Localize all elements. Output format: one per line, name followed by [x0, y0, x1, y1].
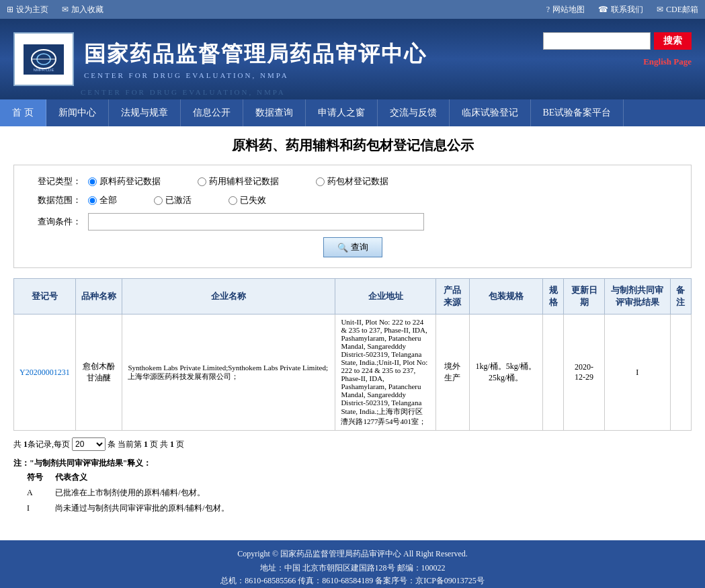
- cell-source: 境外生产: [436, 314, 469, 431]
- top-bar-left: ⊞ 设为主页 ✉ 加入收藏: [7, 4, 103, 15]
- range-all-radio[interactable]: [88, 196, 97, 205]
- header-search-button[interactable]: 搜索: [654, 32, 692, 50]
- english-page-link[interactable]: English Page: [643, 56, 692, 67]
- header-watermark: CENTER FOR DRUG EVALUATION, NMPA: [81, 88, 286, 96]
- footer-copyright: Copyright © 国家药品监督管理局药品审评中心 All Right Re…: [8, 548, 697, 560]
- top-bar: ⊞ 设为主页 ✉ 加入收藏 ? 网站地图 ☎ 联系我们 ✉ CDE邮箱: [0, 0, 705, 19]
- query-button[interactable]: 🔍 查询: [323, 237, 382, 257]
- cell-spec: [542, 314, 563, 431]
- range-active[interactable]: 已激活: [154, 194, 192, 206]
- footer-address: 地址：中国 北京市朝阳区建国路128号 邮编：100022: [8, 562, 697, 574]
- regtype-packaging-radio[interactable]: [316, 177, 325, 186]
- query-input[interactable]: Y20200001231: [88, 213, 424, 230]
- regtype-raw-radio[interactable]: [88, 177, 97, 186]
- record-id-link[interactable]: Y20200001231: [19, 368, 70, 377]
- email-link[interactable]: ✉ CDE邮箱: [657, 4, 698, 15]
- nav-item-home[interactable]: 首 页: [0, 99, 46, 126]
- pagination-record-label: 条记录,每页: [28, 439, 70, 450]
- cell-product-name: 愈创木酚甘油醚: [75, 314, 122, 431]
- cell-id: Y20200001231: [14, 314, 76, 431]
- cell-update-date: 2020-12-29: [564, 314, 605, 431]
- cell-review-result: I: [605, 314, 671, 431]
- nav-item-exchange[interactable]: 交流与反馈: [378, 99, 450, 126]
- query-button-label: 查询: [351, 241, 368, 253]
- main-content: 原料药、药用辅料和药包材登记信息公示 登记类型： 原料药登记数据 药用辅料登记数…: [0, 126, 705, 527]
- site-subtitle: CENTER FOR DRUG EVALUATION, NMPA: [84, 71, 692, 79]
- search-row: 搜索: [543, 32, 692, 50]
- range-expired-radio[interactable]: [229, 196, 237, 205]
- cell-note: [670, 314, 691, 431]
- page-title: 原料药、药用辅料和药包材登记信息公示: [13, 136, 692, 155]
- mail-icon: ✉: [657, 5, 663, 15]
- notes-table: 符号 代表含义 A 已批准在上市制剂使用的原料/辅料/包材。 I 尚未通过与制剂…: [20, 469, 236, 517]
- logo: NMPA CDE: [13, 32, 74, 86]
- pagination-pages-label: 页: [176, 439, 184, 450]
- range-expired-label: 已失效: [240, 194, 266, 206]
- contact-link[interactable]: ☎ 联系我们: [598, 4, 643, 15]
- nav-item-info[interactable]: 信息公开: [181, 99, 243, 126]
- notes-symbol-a: A: [22, 486, 48, 500]
- notes-symbol-header: 符号: [22, 470, 48, 485]
- col-review: 与制剂共同审评审批结果: [605, 279, 671, 314]
- datarange-group: 全部 已激活 已失效: [88, 194, 266, 206]
- form-row-query: 查询条件： Y20200001231: [28, 213, 677, 230]
- regtype-packaging-label: 药包材登记数据: [327, 175, 388, 187]
- notes-meaning-header: 代表含义: [50, 470, 235, 485]
- per-page-select[interactable]: 20 50 100: [72, 437, 106, 451]
- pagination: 共 1 条记录,每页 20 50 100 条 当前第 1 页 共 1 页: [13, 437, 692, 451]
- nav-item-news[interactable]: 新闻中心: [46, 99, 109, 126]
- regtype-excipient[interactable]: 药用辅料登记数据: [198, 175, 279, 187]
- home-icon: ⊞: [7, 5, 13, 15]
- regtype-packaging[interactable]: 药包材登记数据: [316, 175, 388, 187]
- nav-item-applicant[interactable]: 申请人之窗: [306, 99, 378, 126]
- header-search-input[interactable]: [543, 32, 651, 50]
- col-date: 更新日期: [564, 279, 605, 314]
- notes-title: 注："与制剂共同审评审批结果"释义：: [13, 458, 692, 469]
- regtype-raw[interactable]: 原料药登记数据: [88, 175, 161, 187]
- notes-section: 注："与制剂共同审评审批结果"释义： 符号 代表含义 A 已批准在上市制剂使用的…: [13, 458, 692, 517]
- sitemap-link[interactable]: ? 网站地图: [546, 4, 585, 15]
- cell-company: Synthokem Labs Private Limited;Synthokem…: [122, 314, 335, 431]
- nav-bar: 首 页 新闻中心 法规与规章 信息公开 数据查询 申请人之窗 交流与反馈 临床试…: [0, 99, 705, 126]
- regtype-label: 登记类型：: [28, 175, 81, 187]
- cell-address: Unit-II, Plot No: 222 to 224 & 235 to 23…: [335, 314, 436, 431]
- col-id: 登记号: [14, 279, 76, 314]
- regtype-group: 原料药登记数据 药用辅料登记数据 药包材登记数据: [88, 175, 388, 187]
- home-link[interactable]: ⊞ 设为主页: [7, 4, 48, 15]
- map-icon: ?: [546, 5, 550, 15]
- range-expired[interactable]: 已失效: [229, 194, 266, 206]
- nav-item-clinical[interactable]: 临床试验登记: [450, 99, 531, 126]
- pagination-page-label: 页 共: [150, 439, 168, 450]
- email-label: CDE邮箱: [666, 4, 698, 15]
- range-all-label: 全部: [99, 194, 117, 206]
- nav-item-be[interactable]: BE试验备案平台: [531, 99, 624, 126]
- range-active-label: 已激活: [165, 194, 192, 206]
- svg-text:NMPA CDE: NMPA CDE: [34, 68, 54, 72]
- regtype-excipient-label: 药用辅料登记数据: [209, 175, 279, 187]
- query-label: 查询条件：: [28, 216, 81, 228]
- notes-row-i: I 尚未通过与制剂共同审评审批的原料/辅料/包材。: [22, 501, 235, 515]
- col-source: 产品来源: [436, 279, 469, 314]
- pagination-current-page: 1: [144, 439, 148, 450]
- contact-label: 联系我们: [611, 4, 643, 15]
- range-active-radio[interactable]: [154, 196, 163, 205]
- bookmark-label: 加入收藏: [71, 4, 103, 15]
- range-all[interactable]: 全部: [88, 194, 117, 206]
- bookmark-icon: ✉: [62, 5, 69, 15]
- col-name: 品种名称: [75, 279, 122, 314]
- datarange-label: 数据范围：: [28, 194, 81, 206]
- top-bar-right: ? 网站地图 ☎ 联系我们 ✉ CDE邮箱: [546, 4, 698, 15]
- form-row-datarange: 数据范围： 全部 已激活 已失效: [28, 194, 677, 206]
- nav-item-data[interactable]: 数据查询: [243, 99, 306, 126]
- col-company: 企业名称: [122, 279, 335, 314]
- pagination-per-label: 条 当前第: [108, 439, 142, 450]
- phone-icon: ☎: [598, 5, 608, 15]
- regtype-excipient-radio[interactable]: [198, 177, 206, 186]
- bookmark-link[interactable]: ✉ 加入收藏: [62, 4, 103, 15]
- col-address: 企业地址: [335, 279, 436, 314]
- home-label: 设为主页: [16, 4, 48, 15]
- nav-item-regulations[interactable]: 法规与规章: [109, 99, 181, 126]
- table-row: Y20200001231 愈创木酚甘油醚 Synthokem Labs Priv…: [14, 314, 692, 431]
- cell-packaging: 1kg/桶。5kg/桶。25kg/桶。: [469, 314, 542, 431]
- notes-meaning-i: 尚未通过与制剂共同审评审批的原料/辅料/包材。: [50, 501, 235, 515]
